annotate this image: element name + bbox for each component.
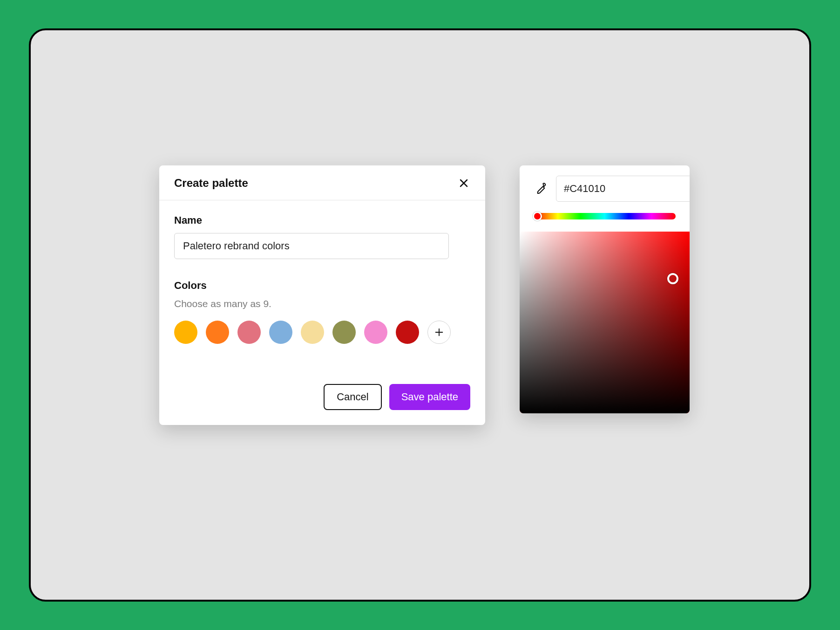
add-color-button[interactable] — [427, 321, 451, 344]
hue-slider[interactable] — [534, 213, 676, 219]
palette-name-input[interactable] — [174, 233, 449, 259]
color-swatch-6[interactable] — [364, 321, 387, 344]
sv-cursor[interactable] — [667, 273, 678, 284]
color-swatch-1[interactable] — [206, 321, 229, 344]
modal-header: Create palette — [159, 165, 485, 200]
color-swatch-7[interactable] — [396, 321, 419, 344]
color-picker — [520, 165, 690, 413]
eyedropper-button[interactable] — [534, 182, 547, 196]
colors-label: Colors — [174, 280, 470, 292]
name-label: Name — [174, 214, 470, 226]
colors-section: Colors Choose as many as 9. — [174, 280, 470, 344]
hue-slider-thumb[interactable] — [533, 212, 542, 221]
color-swatch-0[interactable] — [174, 321, 197, 344]
color-swatch-5[interactable] — [332, 321, 356, 344]
picker-top — [520, 165, 690, 210]
color-swatch-2[interactable] — [237, 321, 261, 344]
plus-icon — [434, 327, 444, 337]
color-swatch-4[interactable] — [301, 321, 324, 344]
saturation-value-area[interactable] — [520, 232, 690, 413]
colors-helper: Choose as many as 9. — [174, 298, 470, 309]
close-button[interactable] — [457, 177, 470, 190]
create-palette-modal: Create palette Name Colors Choose as man… — [159, 165, 485, 425]
modal-title: Create palette — [174, 177, 248, 190]
app-frame: Create palette Name Colors Choose as man… — [29, 28, 811, 602]
color-swatch-3[interactable] — [269, 321, 292, 344]
cancel-button[interactable]: Cancel — [324, 384, 381, 410]
modal-footer: Cancel Save palette — [159, 355, 485, 425]
modal-body: Name Colors Choose as many as 9. — [159, 200, 485, 355]
close-icon — [458, 178, 469, 189]
save-palette-button[interactable]: Save palette — [389, 384, 470, 410]
swatch-row — [174, 321, 470, 344]
eyedropper-icon — [534, 182, 547, 195]
hex-input[interactable] — [556, 176, 690, 202]
